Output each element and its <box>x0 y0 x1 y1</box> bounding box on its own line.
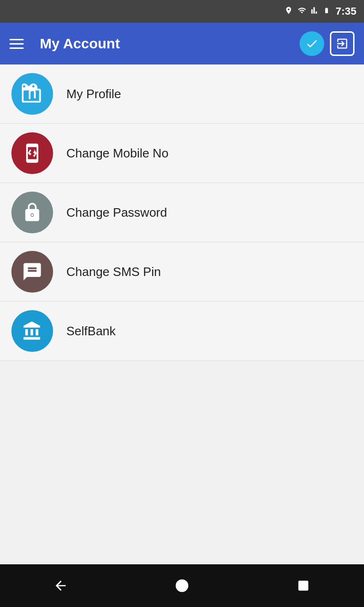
menu-item-label-profile: My Profile <box>66 87 121 101</box>
menu-item-label-password: Change Password <box>66 205 167 220</box>
profile-icon <box>11 73 53 115</box>
menu-item-change-password[interactable]: Change Password <box>0 183 364 242</box>
svg-point-3 <box>176 579 189 592</box>
mobile-icon <box>11 132 53 174</box>
bottom-nav <box>0 564 364 607</box>
app-bar: My Account <box>0 23 364 64</box>
svg-rect-4 <box>299 581 309 591</box>
sms-icon <box>11 251 53 293</box>
recent-button[interactable] <box>289 571 318 600</box>
battery-icon <box>323 5 330 18</box>
page-title: My Account <box>40 36 300 52</box>
menu-item-change-sms-pin[interactable]: Change SMS Pin <box>0 242 364 302</box>
bank-icon <box>11 310 53 352</box>
menu-item-label-mobile: Change Mobile No <box>66 146 168 161</box>
svg-point-2 <box>34 214 36 216</box>
menu-item-change-mobile[interactable]: Change Mobile No <box>0 124 364 183</box>
menu-item-selfbank[interactable]: SelfBank <box>0 302 364 361</box>
location-icon <box>284 5 293 18</box>
app-bar-actions <box>300 31 355 56</box>
status-bar: 7:35 <box>0 0 364 23</box>
menu-item-my-profile[interactable]: My Profile <box>0 64 364 124</box>
wifi-icon <box>297 6 307 17</box>
logout-button[interactable] <box>330 31 355 56</box>
home-button[interactable] <box>168 571 196 600</box>
menu-list: My Profile Change Mobile No Change Passw… <box>0 64 364 564</box>
menu-button[interactable] <box>9 33 30 54</box>
menu-item-label-sms-pin: Change SMS Pin <box>66 265 161 279</box>
svg-point-1 <box>31 214 33 216</box>
back-button[interactable] <box>46 571 75 600</box>
svg-point-0 <box>28 214 30 216</box>
password-icon <box>11 192 53 233</box>
signal-icon <box>311 5 319 18</box>
check-button[interactable] <box>300 31 324 56</box>
status-time: 7:35 <box>336 5 356 18</box>
menu-item-label-selfbank: SelfBank <box>66 324 116 339</box>
